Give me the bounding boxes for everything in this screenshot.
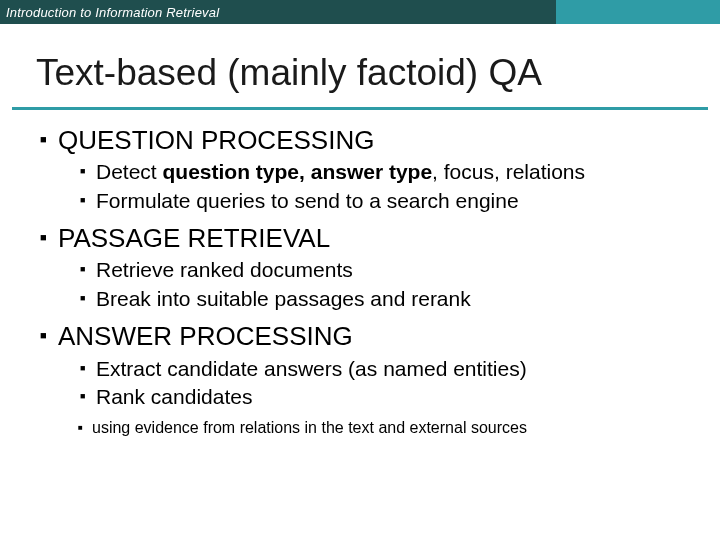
bullet-icon: ■ bbox=[40, 320, 58, 350]
section-heading: QUESTION PROCESSING bbox=[58, 124, 374, 157]
header-bar: Introduction to Information Retrieval bbox=[0, 0, 720, 24]
bullet-icon: ■ bbox=[78, 418, 92, 438]
bullet-icon: ■ bbox=[40, 222, 58, 252]
bullet-icon: ■ bbox=[80, 383, 96, 409]
list-item: Rank candidates bbox=[96, 383, 252, 410]
bullet-icon: ■ bbox=[80, 256, 96, 282]
bullet-icon: ■ bbox=[80, 158, 96, 184]
bullet-icon: ■ bbox=[80, 187, 96, 213]
list-item: Detect question type, answer type, focus… bbox=[96, 158, 585, 185]
list-item: using evidence from relations in the tex… bbox=[92, 418, 527, 439]
slide-title: Text-based (mainly factoid) QA bbox=[36, 54, 692, 93]
header-teal-segment bbox=[556, 0, 720, 24]
section-heading: PASSAGE RETRIEVAL bbox=[58, 222, 330, 255]
list-item: Retrieve ranked documents bbox=[96, 256, 353, 283]
list-item: Break into suitable passages and rerank bbox=[96, 285, 471, 312]
slide-body: ■ QUESTION PROCESSING ■ Detect question … bbox=[0, 110, 720, 439]
bullet-icon: ■ bbox=[80, 285, 96, 311]
course-title: Introduction to Information Retrieval bbox=[6, 5, 219, 20]
list-item: Extract candidate answers (as named enti… bbox=[96, 355, 527, 382]
bullet-icon: ■ bbox=[40, 124, 58, 154]
section-heading: ANSWER PROCESSING bbox=[58, 320, 353, 353]
header-dark-segment: Introduction to Information Retrieval bbox=[0, 0, 556, 24]
bullet-icon: ■ bbox=[80, 355, 96, 381]
list-item: Formulate queries to send to a search en… bbox=[96, 187, 519, 214]
